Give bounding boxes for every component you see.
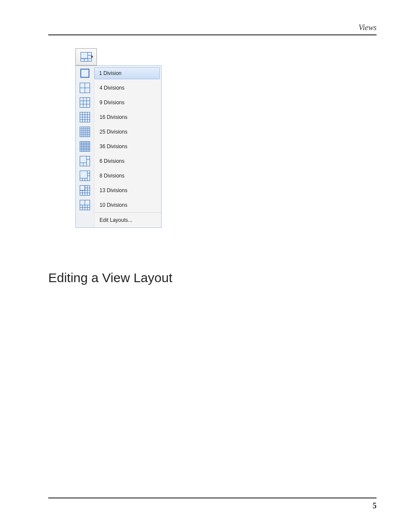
menu-item-label: 36 Divisions [94, 143, 161, 149]
page-number: 5 [373, 501, 377, 510]
grid-4x4-icon [80, 112, 90, 122]
svg-rect-1 [81, 53, 88, 59]
grid-2x2-icon-wrap [76, 81, 94, 95]
svg-rect-48 [80, 171, 87, 178]
menu-item-label: 1 Division [94, 67, 160, 79]
layout-8-icon-wrap [76, 168, 94, 183]
layout-10-icon-wrap [76, 198, 94, 212]
menu-item-10-divisions[interactable]: 10 Divisions [76, 198, 161, 212]
menu-item-label: 25 Divisions [94, 129, 161, 135]
svg-rect-6 [81, 69, 89, 78]
svg-rect-43 [80, 156, 87, 163]
layout-dropdown-button[interactable]: ▼ [75, 48, 97, 65]
header-section-label: Views [358, 23, 377, 32]
layout-10-icon [80, 200, 90, 210]
menu-item-8-divisions[interactable]: 8 Divisions [76, 168, 161, 183]
blank-icon [76, 213, 94, 227]
svg-rect-22 [80, 127, 90, 137]
grid-1-icon [80, 68, 90, 78]
menu-item-6-divisions[interactable]: 6 Divisions [76, 154, 161, 168]
menu-item-label: 8 Divisions [94, 173, 161, 179]
menu-item-16-divisions[interactable]: 16 Divisions [76, 110, 161, 124]
menu-item-label: 13 Divisions [94, 187, 161, 193]
layout-6-icon [80, 156, 90, 166]
menu-item-label: Edit Layouts... [94, 217, 161, 223]
menu-item-label: 4 Divisions [94, 85, 161, 91]
grid-3x3-icon [80, 97, 90, 108]
layout-dropdown-menu: 1 Division4 Divisions9 Divisions16 Divis… [75, 65, 162, 228]
menu-item-25-divisions[interactable]: 25 Divisions [76, 124, 161, 139]
footer-rule [48, 498, 377, 498]
layout-6-icon-wrap [76, 154, 94, 168]
grid-4x4-icon-wrap [76, 110, 94, 124]
grid-6x6-icon-wrap [76, 139, 94, 154]
grid-3x3-icon-wrap [76, 95, 94, 110]
menu-item-label: 6 Divisions [94, 158, 161, 164]
svg-rect-55 [80, 186, 85, 191]
grid-5x5-icon-wrap [76, 124, 94, 139]
header-rule [48, 34, 377, 35]
menu-item-4-divisions[interactable]: 4 Divisions [76, 81, 161, 95]
menu-item-edit-layouts[interactable]: Edit Layouts... [76, 213, 161, 227]
menu-item-36-divisions[interactable]: 36 Divisions [76, 139, 161, 154]
menu-item-label: 10 Divisions [94, 202, 161, 208]
grid-1-icon-wrap [76, 66, 94, 81]
layout-dropdown-figure: ▼ 1 Division4 Divisions9 Divisions16 Div… [75, 48, 162, 228]
chevron-down-icon: ▼ [90, 55, 94, 59]
section-heading: Editing a View Layout [48, 271, 172, 285]
menu-item-label: 9 Divisions [94, 100, 161, 106]
menu-item-13-divisions[interactable]: 13 Divisions [76, 183, 161, 198]
layout-8-icon [80, 171, 90, 181]
grid-2x2-icon [80, 83, 90, 93]
svg-rect-10 [80, 98, 90, 108]
menu-item-9-divisions[interactable]: 9 Divisions [76, 95, 161, 110]
layout-13-icon-wrap [76, 183, 94, 198]
grid-6x6-icon [80, 141, 90, 152]
grid-5x5-icon [80, 127, 90, 137]
menu-item-1-division[interactable]: 1 Division [76, 66, 161, 81]
layout-13-icon [80, 185, 90, 196]
menu-item-label: 16 Divisions [94, 114, 161, 120]
